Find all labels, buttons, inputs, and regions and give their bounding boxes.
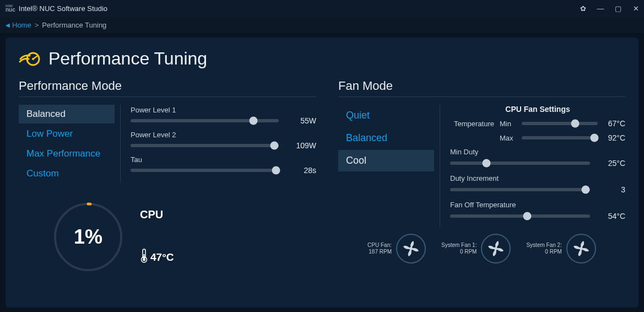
power-level-1-value: 55W [289, 116, 316, 125]
temp-min-value: 67°C [603, 119, 625, 128]
close-button[interactable]: ✕ [632, 4, 640, 13]
cpu-usage-gauge: 1% [50, 198, 127, 276]
power-level-2-slider[interactable] [131, 144, 279, 147]
min-duty-slider[interactable] [450, 162, 590, 165]
temp-min-slider[interactable] [522, 122, 598, 125]
system-fan-1-badge: System Fan 1: 0 RPM [441, 234, 511, 263]
tab-quiet[interactable]: Quiet [338, 105, 434, 126]
tab-max-performance[interactable]: Max Performance [19, 144, 115, 163]
tau-value: 28s [289, 166, 316, 175]
tau-label: Tau [131, 155, 316, 164]
tau-slider[interactable] [131, 169, 279, 172]
cpu-usage-value: 1% [74, 225, 102, 249]
fan-off-temp-slider[interactable] [450, 214, 590, 218]
cpu-temp-value: 47°C [150, 251, 174, 263]
main-card: Performance Tuning Performance Mode Bala… [6, 37, 638, 308]
fan-off-temp-value: 54°C [598, 212, 625, 220]
fan-badges: CPU Fan: 187 RPM [338, 234, 625, 263]
power-level-1-slider[interactable] [131, 119, 279, 122]
performance-mode-tabs: Balanced Low Power Max Performance Custo… [19, 105, 121, 183]
min-duty-value: 25°C [598, 159, 625, 168]
duty-increment-slider[interactable] [450, 188, 590, 191]
min-duty-label: Min Duty [450, 148, 625, 156]
fan-mode-tabs: Quiet Balanced Cool [338, 105, 440, 227]
breadcrumb-current: Performance Tuning [42, 21, 106, 29]
max-label: Max [500, 134, 516, 142]
tab-balanced[interactable]: Balanced [19, 105, 115, 123]
system-fan-2-badge: System Fan 2: 0 RPM [526, 234, 596, 263]
nuc-logo: intel nuc [4, 4, 19, 13]
svg-point-7 [143, 259, 145, 261]
tab-custom[interactable]: Custom [19, 164, 115, 183]
settings-icon[interactable]: ✿ [579, 4, 587, 13]
cpu-fan-rpm: 187 RPM [367, 249, 392, 255]
svg-point-11 [580, 247, 583, 250]
cpu-fan-settings-title: CPU Fan Settings [450, 105, 625, 114]
page-title: Performance Tuning [48, 49, 207, 69]
power-level-1-label: Power Level 1 [131, 106, 316, 114]
maximize-button[interactable]: ▢ [614, 4, 622, 13]
svg-point-10 [494, 247, 497, 250]
cpu-label: CPU [140, 208, 174, 221]
system-fan-2-name: System Fan 2: [526, 242, 561, 249]
thermometer-icon [140, 249, 148, 266]
tab-cool[interactable]: Cool [338, 150, 434, 171]
app-title: Intel® NUC Software Studio [19, 4, 107, 13]
cpu-fan-badge: CPU Fan: 187 RPM [367, 234, 426, 263]
duty-increment-value: 3 [598, 185, 625, 194]
system-fan-1-name: System Fan 1: [441, 242, 477, 249]
breadcrumb-home[interactable]: Home [12, 21, 31, 29]
tab-fan-balanced[interactable]: Balanced [338, 127, 434, 149]
svg-point-2 [32, 58, 34, 60]
system-fan-1-rpm: 0 RPM [441, 249, 477, 255]
fan-mode-title: Fan Mode [338, 79, 625, 97]
breadcrumb: ◀ Home > Performance Tuning [0, 17, 644, 33]
temperature-label: Temperature [450, 120, 494, 128]
fan-icon [566, 234, 596, 263]
power-level-2-label: Power Level 2 [131, 131, 316, 139]
cpu-fan-name: CPU Fan: [367, 242, 392, 249]
svg-point-9 [409, 247, 413, 250]
temp-max-value: 92°C [603, 133, 625, 142]
power-level-2-value: 109W [289, 141, 316, 150]
tab-low-power[interactable]: Low Power [19, 125, 115, 143]
performance-mode-title: Performance Mode [19, 79, 316, 97]
min-label: Min [500, 120, 516, 128]
duty-increment-label: Duty Increment [450, 174, 625, 182]
speed-gauge-icon [19, 51, 41, 67]
fan-icon [481, 234, 511, 263]
temp-max-slider[interactable] [522, 136, 598, 139]
fan-icon [396, 234, 426, 263]
system-fan-2-rpm: 0 RPM [526, 249, 561, 255]
titlebar: intel nuc Intel® NUC Software Studio ✿ —… [0, 0, 644, 17]
fan-off-temp-label: Fan Off Temperature [450, 201, 625, 209]
back-caret-icon[interactable]: ◀ [6, 22, 10, 28]
minimize-button[interactable]: — [597, 4, 604, 13]
